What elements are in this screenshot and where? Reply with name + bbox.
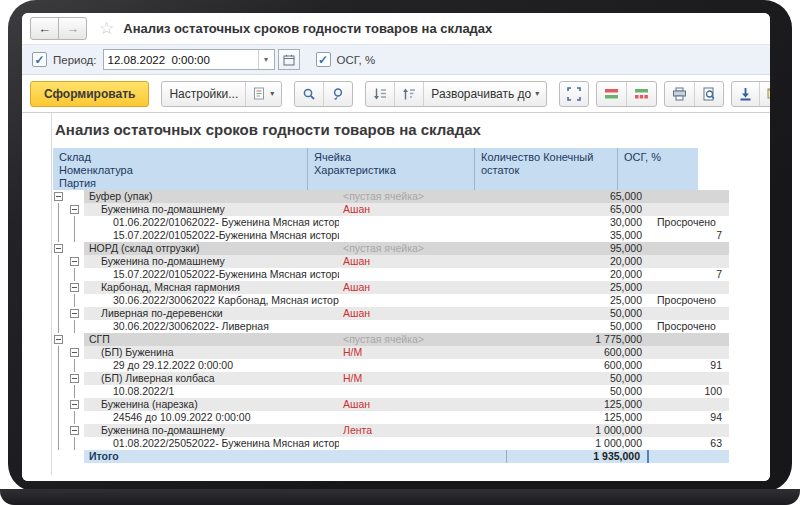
name-cell[interactable]: 29 до 29.12.2022 0:00:00 (84, 359, 339, 372)
forward-button[interactable]: → (58, 17, 87, 40)
table-row[interactable]: Буженина по-домашнемуАшан20,000 (53, 255, 698, 268)
search-button[interactable] (295, 82, 323, 106)
send-email-button[interactable]: ▾ (759, 82, 770, 106)
table-row[interactable]: НОРД (склад отгрузки)<пустая ячейка>95,0… (53, 242, 698, 255)
osg-cell[interactable]: 94 (649, 411, 729, 424)
collapse-toggle-icon[interactable] (70, 257, 79, 266)
osg-cell[interactable]: Просрочено (649, 320, 729, 333)
qty-cell[interactable]: 1 775,000 (506, 333, 649, 346)
name-cell[interactable]: Буженина по-домашнему (84, 255, 339, 268)
print-preview-button[interactable] (694, 82, 723, 106)
osg-cell[interactable] (649, 346, 729, 359)
qty-cell[interactable]: 50,000 (506, 320, 649, 333)
table-row[interactable]: 30.06.2022/30062022 Карбонад, Мясная ист… (53, 294, 698, 307)
osg-checkbox[interactable]: ✓ (316, 52, 331, 67)
qty-cell[interactable]: 95,000 (506, 242, 649, 255)
period-value[interactable]: 12.08.2022 0:00:00 (104, 54, 258, 66)
osg-cell[interactable] (649, 203, 729, 216)
name-cell[interactable]: Буфер (упак) (84, 190, 339, 203)
osg-cell[interactable] (649, 307, 729, 320)
qty-cell[interactable]: 1 000,000 (506, 437, 649, 450)
table-row[interactable]: (БП) Ливерная колбасаН/М50,000 (53, 372, 698, 385)
qty-cell[interactable]: 65,000 (506, 190, 649, 203)
total-osg[interactable] (649, 450, 729, 463)
table-row[interactable]: Карбонад, Мясная гармонияАшан25,000 (53, 281, 698, 294)
name-cell[interactable]: Ливерная по-деревенски (84, 307, 339, 320)
period-checkbox[interactable]: ✓ (32, 52, 47, 67)
table-row[interactable]: 15.07.2022/01052022-Буженина Мясная исто… (53, 229, 698, 242)
osg-cell[interactable] (649, 398, 729, 411)
conditional-appearance-alt-button[interactable] (626, 82, 656, 106)
table-row[interactable]: Буженина по-домашнемуАшан65,000 (53, 203, 698, 216)
name-cell[interactable]: 30.06.2022/30062022 Карбонад, Мясная ист… (84, 294, 339, 307)
qty-cell[interactable]: 50,000 (506, 307, 649, 320)
header-warehouse[interactable]: Склад Номенклатура Партия (53, 148, 308, 190)
save-button[interactable] (732, 82, 759, 106)
qty-cell[interactable]: 25,000 (506, 294, 649, 307)
qty-cell[interactable]: 35,000 (506, 229, 649, 242)
osg-cell[interactable]: 91 (649, 359, 729, 372)
back-button[interactable]: ← (30, 17, 59, 40)
osg-cell[interactable]: Просрочено (649, 294, 729, 307)
generate-button[interactable]: Сформировать (30, 81, 149, 107)
osg-cell[interactable]: 7 (649, 268, 729, 281)
calendar-button[interactable] (278, 49, 300, 70)
cell-cell[interactable] (339, 359, 506, 372)
osg-cell[interactable]: 100 (649, 385, 729, 398)
cell-cell[interactable] (339, 229, 506, 242)
qty-cell[interactable]: 50,000 (506, 372, 649, 385)
name-cell[interactable]: 01.08.2022/25052022- Буженина Мясная ист… (84, 437, 339, 450)
qty-cell[interactable]: 65,000 (506, 203, 649, 216)
cell-cell[interactable] (339, 294, 506, 307)
collapse-toggle-icon[interactable] (70, 374, 79, 383)
table-row[interactable]: Ливерная по-деревенскиАшан50,000 (53, 307, 698, 320)
cell-cell[interactable]: Н/М (339, 346, 506, 359)
osg-cell[interactable]: 63 (649, 437, 729, 450)
name-cell[interactable]: Карбонад, Мясная гармония (84, 281, 339, 294)
table-row[interactable]: СГП<пустая ячейка>1 775,000 (53, 333, 698, 346)
cell-cell[interactable] (339, 385, 506, 398)
collapse-toggle-icon[interactable] (70, 283, 79, 292)
expand-rows-button[interactable] (394, 82, 423, 106)
total-label[interactable]: Итого (84, 450, 339, 463)
name-cell[interactable]: 01.06.2022/01062022- Буженина Мясная ист… (84, 216, 339, 229)
header-osg[interactable]: ОСГ, % (618, 148, 698, 190)
total-cell[interactable] (339, 450, 506, 463)
fullscreen-button[interactable] (560, 82, 588, 106)
favorite-star-icon[interactable]: ☆ (99, 20, 114, 37)
name-cell[interactable]: НОРД (склад отгрузки) (84, 242, 339, 255)
table-row[interactable]: 24546 до 10.09.2022 0:00:00125,00094 (53, 411, 698, 424)
qty-cell[interactable]: 125,000 (506, 398, 649, 411)
search-next-button[interactable] (323, 82, 352, 106)
osg-cell[interactable] (649, 242, 729, 255)
name-cell[interactable]: СГП (84, 333, 339, 346)
period-input[interactable]: 12.08.2022 0:00:00 ▾ (103, 49, 275, 70)
name-cell[interactable]: 30.06.2022/30062022- Ливерная (84, 320, 339, 333)
table-row[interactable]: Буженина по-домашнемуЛента1 000,000 (53, 424, 698, 437)
collapse-toggle-icon[interactable] (54, 244, 63, 253)
total-qty[interactable]: 1 935,000 (506, 450, 649, 463)
qty-cell[interactable]: 50,000 (506, 385, 649, 398)
qty-cell[interactable]: 30,000 (506, 216, 649, 229)
expand-to-button[interactable]: Разворачивать до ▾ (423, 82, 546, 106)
qty-cell[interactable]: 1 000,000 (506, 424, 649, 437)
name-cell[interactable]: 10.08.2022/1 (84, 385, 339, 398)
cell-cell[interactable]: <пустая ячейка> (339, 333, 506, 346)
osg-cell[interactable] (649, 255, 729, 268)
name-cell[interactable]: 24546 до 10.09.2022 0:00:00 (84, 411, 339, 424)
osg-cell[interactable] (649, 190, 729, 203)
osg-cell[interactable] (649, 281, 729, 294)
table-row[interactable]: Буфер (упак)<пустая ячейка>65,000 (53, 190, 698, 203)
header-quantity[interactable]: Количество Конечный остаток (475, 148, 618, 190)
collapse-toggle-icon[interactable] (54, 192, 63, 201)
cell-cell[interactable] (339, 437, 506, 450)
collapse-toggle-icon[interactable] (70, 400, 79, 409)
header-cell-characteristic[interactable]: Ячейка Характеристика (308, 148, 475, 190)
qty-cell[interactable]: 20,000 (506, 255, 649, 268)
table-row[interactable]: 01.06.2022/01062022- Буженина Мясная ист… (53, 216, 698, 229)
period-dropdown-icon[interactable]: ▾ (258, 50, 274, 69)
name-cell[interactable]: 15.07.2022/01052022-Буженина Мясная исто… (84, 268, 339, 281)
cell-cell[interactable]: <пустая ячейка> (339, 190, 506, 203)
cell-cell[interactable]: Лента (339, 424, 506, 437)
table-row[interactable]: 15.07.2022/01052022-Буженина Мясная исто… (53, 268, 698, 281)
